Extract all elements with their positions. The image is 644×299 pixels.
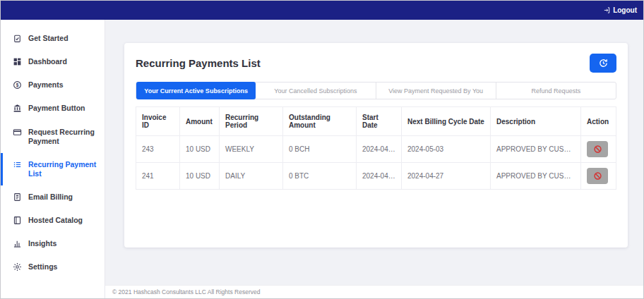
request-recurring-payment-icon	[13, 128, 22, 137]
column-header-amount: Amount	[180, 107, 220, 136]
sidebar-item-get-started[interactable]: Get Started	[1, 27, 105, 50]
column-header-action: Action	[581, 107, 616, 136]
table-header-row: Invoice IDAmountRecurring PeriodOutstand…	[136, 107, 616, 136]
sidebar-item-dashboard[interactable]: Dashboard	[1, 50, 105, 73]
dashboard-icon	[13, 57, 22, 66]
tab-view-payment-requested-by-you[interactable]: View Payment Requested By You	[376, 83, 496, 99]
sidebar-item-label: Recurring Payment List	[28, 160, 99, 178]
card-header: Recurring Payments List	[136, 54, 616, 73]
logout-label: Logout	[613, 6, 637, 14]
svg-text:$: $	[16, 83, 19, 88]
column-header-invoice-id: Invoice ID	[136, 107, 180, 136]
sidebar-item-label: Settings	[28, 262, 57, 271]
payments-icon: $	[13, 80, 22, 90]
cell-outstanding-amount: 0 BTC	[283, 163, 357, 190]
main-area: Recurring Payments List Your Current Act…	[105, 20, 643, 298]
footer: © 2021 Hashcash Consultants LLC All Righ…	[105, 285, 643, 298]
cancel-subscription-button[interactable]	[587, 141, 608, 157]
subscriptions-table: Invoice IDAmountRecurring PeriodOutstand…	[136, 106, 616, 190]
get-started-icon	[13, 34, 22, 43]
logout-button[interactable]: Logout	[603, 6, 637, 14]
content-area: Recurring Payments List Your Current Act…	[105, 20, 643, 285]
cell-action	[581, 136, 616, 163]
hosted-catalog-icon	[13, 216, 22, 225]
sidebar: Get StartedDashboard$PaymentsPayment But…	[1, 20, 105, 298]
column-header-next-billing-cycle-date: Next Billing Cycle Date	[402, 107, 491, 136]
table-row: 24110 USDDAILY0 BTC2024-04-262024-04-27A…	[136, 163, 616, 190]
cell-description: APPROVED BY CUSTOMER	[491, 163, 581, 190]
cell-outstanding-amount: 0 BCH	[283, 136, 357, 163]
sidebar-item-payments[interactable]: $Payments	[1, 73, 105, 97]
sidebar-item-settings[interactable]: Settings	[1, 255, 105, 279]
cell-start-date: 2024-04-26	[357, 136, 402, 163]
payment-button-icon	[13, 104, 22, 113]
tab-your-cancelled-subscriptions[interactable]: Your Cancelled Subscriptions	[256, 83, 376, 99]
cancel-subscription-icon	[593, 171, 602, 181]
cell-description: APPROVED BY CUSTOMER	[491, 136, 581, 163]
cell-invoice-id: 243	[136, 136, 180, 163]
sidebar-item-label: Email Billing	[28, 193, 73, 202]
topbar: Logout	[1, 1, 643, 20]
cell-amount: 10 USD	[180, 163, 220, 190]
recurring-payments-card: Recurring Payments List Your Current Act…	[124, 43, 628, 248]
page-title: Recurring Payments List	[136, 57, 261, 69]
tab-your-current-active-subscriptions[interactable]: Your Current Active Subscriptions	[136, 82, 256, 99]
sidebar-item-label: Payments	[28, 80, 64, 90]
insights-icon	[13, 239, 22, 248]
history-button[interactable]	[590, 54, 616, 73]
recurring-payment-list-icon	[13, 160, 22, 169]
email-billing-icon	[13, 193, 22, 202]
app-window: Logout Get StartedDashboard$PaymentsPaym…	[0, 0, 644, 299]
sidebar-item-label: Payment Button	[28, 104, 85, 113]
sidebar-item-insights[interactable]: Insights	[1, 232, 105, 255]
table-row: 24310 USDWEEKLY0 BCH2024-04-262024-05-03…	[136, 136, 616, 163]
cancel-subscription-button[interactable]	[587, 168, 608, 184]
cell-invoice-id: 241	[136, 163, 180, 190]
cell-next-billing-cycle-date: 2024-04-27	[402, 163, 491, 190]
tab-refund-requests[interactable]: Refund Requests	[496, 83, 616, 99]
cell-start-date: 2024-04-26	[357, 163, 402, 190]
sidebar-item-label: Request Recurring Payment	[28, 128, 99, 146]
cell-recurring-period: DAILY	[220, 163, 283, 190]
cell-recurring-period: WEEKLY	[220, 136, 283, 163]
copyright-text: © 2021 Hashcash Consultants LLC All Righ…	[112, 288, 260, 295]
sidebar-item-payment-button[interactable]: Payment Button	[1, 97, 105, 120]
table-wrap: Invoice IDAmountRecurring PeriodOutstand…	[136, 106, 616, 190]
column-header-recurring-period: Recurring Period	[220, 107, 283, 136]
sidebar-item-label: Insights	[28, 239, 56, 248]
sidebar-item-label: Dashboard	[28, 57, 67, 66]
cell-amount: 10 USD	[180, 136, 220, 163]
cancel-subscription-icon	[593, 145, 602, 154]
cell-action	[581, 163, 616, 190]
column-header-description: Description	[491, 107, 581, 136]
sidebar-item-label: Get Started	[28, 34, 68, 43]
cell-next-billing-cycle-date: 2024-05-03	[402, 136, 491, 163]
column-header-start-date: Start Date	[357, 107, 402, 136]
sidebar-item-recurring-payment-list[interactable]: Recurring Payment List	[1, 153, 105, 185]
body-row: Get StartedDashboard$PaymentsPayment But…	[1, 20, 643, 298]
settings-icon	[13, 262, 22, 271]
sidebar-item-hosted-catalog[interactable]: Hosted Catalog	[1, 209, 105, 232]
table-body: 24310 USDWEEKLY0 BCH2024-04-262024-05-03…	[136, 136, 616, 190]
sidebar-item-email-billing[interactable]: Email Billing	[1, 185, 105, 209]
logout-icon	[603, 6, 611, 14]
column-header-outstanding-amount: Outstanding Amount	[283, 107, 357, 136]
tabs-bar: Your Current Active SubscriptionsYour Ca…	[136, 82, 616, 99]
history-icon	[598, 58, 609, 68]
sidebar-item-request-recurring-payment[interactable]: Request Recurring Payment	[1, 121, 105, 153]
sidebar-item-label: Hosted Catalog	[28, 216, 83, 225]
